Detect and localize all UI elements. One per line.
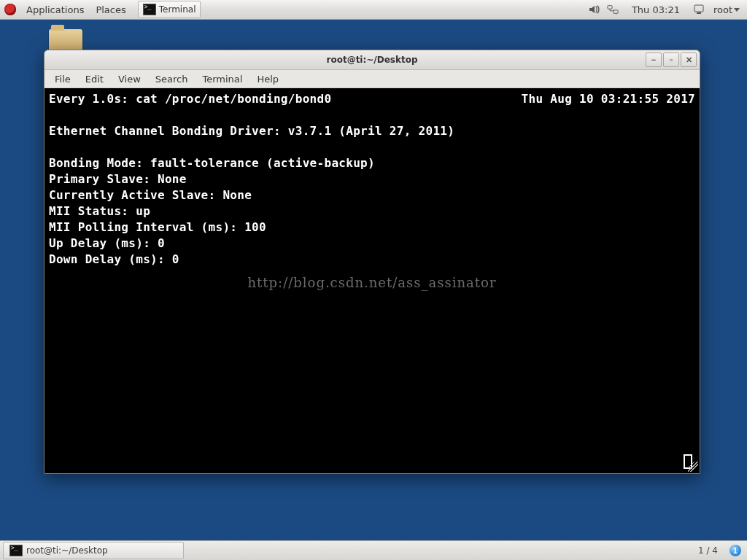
- terminal-icon: [9, 545, 23, 556]
- term-line: Down Delay (ms): 0: [49, 252, 179, 266]
- watch-header-left: Every 1.0s: cat /proc/net/bonding/bond0: [49, 91, 331, 107]
- menu-help[interactable]: Help: [249, 72, 286, 86]
- term-line: Primary Slave: None: [49, 172, 187, 186]
- workspace-indicator[interactable]: 1 / 4: [692, 545, 724, 556]
- term-line: MII Polling Interval (ms): 100: [49, 220, 266, 234]
- user-label: root: [713, 4, 732, 15]
- window-titlebar[interactable]: root@ti:~/Desktop − ▫ ✕: [44, 50, 700, 70]
- window-buttons: − ▫ ✕: [646, 52, 700, 67]
- applications-label: Applications: [26, 4, 84, 15]
- window-title: root@ti:~/Desktop: [44, 55, 700, 65]
- panel-task-terminal[interactable]: Terminal: [138, 1, 201, 18]
- svg-rect-3: [697, 12, 701, 14]
- terminal-menubar: File Edit View Search Terminal Help: [44, 70, 700, 88]
- gnome-top-panel: Applications Places Terminal Thu 03:21 r…: [0, 0, 747, 20]
- chevron-down-icon: [734, 8, 740, 12]
- menu-file[interactable]: File: [47, 72, 78, 86]
- term-line: Currently Active Slave: None: [49, 188, 252, 202]
- svg-rect-1: [614, 10, 618, 13]
- terminal-icon: [143, 4, 156, 15]
- notification-badge-icon[interactable]: 1: [729, 545, 741, 556]
- volume-icon[interactable]: [588, 4, 600, 15]
- watermark-text: http://blog.csdn.net/ass_assinator: [44, 275, 700, 290]
- top-right-area: Thu 03:21 root: [588, 4, 747, 15]
- applications-menu[interactable]: Applications: [20, 0, 90, 19]
- close-button[interactable]: ✕: [681, 52, 697, 67]
- menu-terminal[interactable]: Terminal: [195, 72, 249, 86]
- distro-logo-icon[interactable]: [4, 4, 16, 15]
- term-line: Bonding Mode: fault-tolerance (active-ba…: [49, 156, 375, 170]
- minimize-button[interactable]: −: [646, 52, 662, 67]
- maximize-button[interactable]: ▫: [663, 52, 679, 67]
- gnome-bottom-panel: root@ti:~/Desktop 1 / 4 1: [0, 540, 747, 560]
- clock-text: Thu 03:21: [632, 4, 680, 15]
- workspace-text: 1 / 4: [698, 545, 718, 556]
- network-icon[interactable]: [607, 4, 619, 15]
- term-line: Ethernet Channel Bonding Driver: v3.7.1 …: [49, 124, 454, 138]
- menu-search[interactable]: Search: [148, 72, 196, 86]
- taskbar-item-label: root@ti:~/Desktop: [26, 545, 108, 556]
- taskbar-item-terminal[interactable]: root@ti:~/Desktop: [3, 542, 184, 559]
- watch-header-right: Thu Aug 10 03:21:55 2017: [522, 91, 695, 107]
- terminal-window: root@ti:~/Desktop − ▫ ✕ File Edit View S…: [44, 50, 700, 474]
- term-line: MII Status: up: [49, 204, 150, 218]
- clock-applet[interactable]: Thu 03:21: [626, 4, 686, 15]
- terminal-viewport[interactable]: Every 1.0s: cat /proc/net/bonding/bond0T…: [44, 88, 700, 473]
- task-terminal-label: Terminal: [159, 4, 196, 15]
- places-label: Places: [96, 4, 125, 15]
- menu-view[interactable]: View: [111, 72, 148, 86]
- user-menu[interactable]: root: [712, 4, 741, 15]
- resize-grip-icon[interactable]: [688, 462, 698, 472]
- places-menu[interactable]: Places: [90, 0, 131, 19]
- svg-rect-2: [694, 5, 703, 12]
- badge-count: 1: [733, 547, 738, 555]
- menu-edit[interactable]: Edit: [78, 72, 111, 86]
- user-icon[interactable]: [693, 4, 705, 15]
- svg-rect-0: [608, 6, 612, 9]
- term-line: Up Delay (ms): 0: [49, 236, 165, 250]
